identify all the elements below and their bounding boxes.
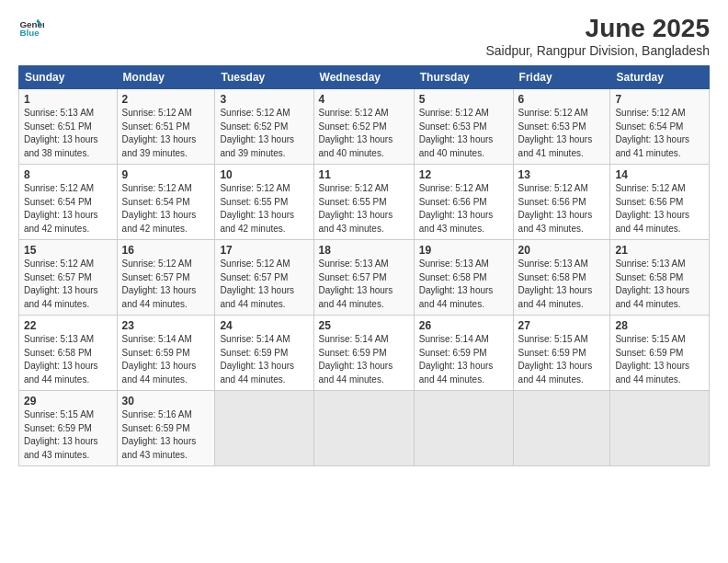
day-detail: Sunrise: 5:14 AMSunset: 6:59 PMDaylight:… xyxy=(319,333,409,386)
table-row: 16Sunrise: 5:12 AMSunset: 6:57 PMDayligh… xyxy=(117,240,215,316)
day-number: 8 xyxy=(24,168,112,181)
day-number: 18 xyxy=(319,244,409,257)
table-row: 18Sunrise: 5:13 AMSunset: 6:57 PMDayligh… xyxy=(313,240,414,316)
day-detail: Sunrise: 5:12 AMSunset: 6:54 PMDaylight:… xyxy=(615,107,704,160)
title-block: June 2025 Saidpur, Rangpur Division, Ban… xyxy=(485,14,710,58)
day-number: 29 xyxy=(24,395,112,408)
table-row: 1Sunrise: 5:13 AMSunset: 6:51 PMDaylight… xyxy=(19,89,118,165)
table-row: 2Sunrise: 5:12 AMSunset: 6:51 PMDaylight… xyxy=(117,89,215,165)
day-detail: Sunrise: 5:14 AMSunset: 6:59 PMDaylight:… xyxy=(122,333,210,386)
table-row: 29Sunrise: 5:15 AMSunset: 6:59 PMDayligh… xyxy=(19,391,118,466)
day-detail: Sunrise: 5:15 AMSunset: 6:59 PMDaylight:… xyxy=(615,333,704,386)
day-detail: Sunrise: 5:13 AMSunset: 6:58 PMDaylight:… xyxy=(518,258,606,311)
table-row: 21Sunrise: 5:13 AMSunset: 6:58 PMDayligh… xyxy=(610,240,710,316)
page-container: General Blue June 2025 Saidpur, Rangpur … xyxy=(0,0,728,563)
table-row: 25Sunrise: 5:14 AMSunset: 6:59 PMDayligh… xyxy=(313,316,414,391)
day-number: 22 xyxy=(24,319,112,332)
day-number: 6 xyxy=(518,93,606,106)
day-number: 17 xyxy=(220,244,308,257)
table-row: 10Sunrise: 5:12 AMSunset: 6:55 PMDayligh… xyxy=(215,165,313,240)
header-monday: Monday xyxy=(117,66,215,89)
page-header: General Blue June 2025 Saidpur, Rangpur … xyxy=(18,14,710,58)
table-row: 12Sunrise: 5:12 AMSunset: 6:56 PMDayligh… xyxy=(414,165,513,240)
table-row: 24Sunrise: 5:14 AMSunset: 6:59 PMDayligh… xyxy=(215,316,313,391)
table-row: 19Sunrise: 5:13 AMSunset: 6:58 PMDayligh… xyxy=(414,240,513,316)
day-detail: Sunrise: 5:12 AMSunset: 6:56 PMDaylight:… xyxy=(518,182,606,236)
table-row xyxy=(610,391,710,466)
table-row: 30Sunrise: 5:16 AMSunset: 6:59 PMDayligh… xyxy=(117,391,215,466)
calendar-table: Sunday Monday Tuesday Wednesday Thursday… xyxy=(18,65,710,466)
day-number: 28 xyxy=(615,319,704,332)
table-row: 3Sunrise: 5:12 AMSunset: 6:52 PMDaylight… xyxy=(215,89,313,165)
table-row xyxy=(215,391,313,466)
day-detail: Sunrise: 5:12 AMSunset: 6:52 PMDaylight:… xyxy=(220,107,308,160)
table-row: 23Sunrise: 5:14 AMSunset: 6:59 PMDayligh… xyxy=(117,316,215,391)
table-row: 20Sunrise: 5:13 AMSunset: 6:58 PMDayligh… xyxy=(513,240,610,316)
table-row: 6Sunrise: 5:12 AMSunset: 6:53 PMDaylight… xyxy=(513,89,610,165)
day-number: 4 xyxy=(319,93,409,106)
calendar-week-row: 8Sunrise: 5:12 AMSunset: 6:54 PMDaylight… xyxy=(19,165,710,240)
day-number: 19 xyxy=(419,244,508,257)
day-number: 2 xyxy=(122,93,210,106)
day-detail: Sunrise: 5:13 AMSunset: 6:51 PMDaylight:… xyxy=(24,107,112,160)
day-detail: Sunrise: 5:12 AMSunset: 6:55 PMDaylight:… xyxy=(220,182,308,236)
day-detail: Sunrise: 5:15 AMSunset: 6:59 PMDaylight:… xyxy=(518,333,606,386)
day-number: 5 xyxy=(419,93,508,106)
day-detail: Sunrise: 5:12 AMSunset: 6:53 PMDaylight:… xyxy=(518,107,606,160)
calendar-title: June 2025 xyxy=(485,14,710,43)
table-row: 7Sunrise: 5:12 AMSunset: 6:54 PMDaylight… xyxy=(610,89,710,165)
table-row: 4Sunrise: 5:12 AMSunset: 6:52 PMDaylight… xyxy=(313,89,414,165)
table-row xyxy=(313,391,414,466)
header-saturday: Saturday xyxy=(610,66,710,89)
day-detail: Sunrise: 5:13 AMSunset: 6:58 PMDaylight:… xyxy=(615,258,704,311)
day-number: 3 xyxy=(220,93,308,106)
day-number: 25 xyxy=(319,319,409,332)
day-detail: Sunrise: 5:16 AMSunset: 6:59 PMDaylight:… xyxy=(122,408,210,462)
calendar-week-row: 29Sunrise: 5:15 AMSunset: 6:59 PMDayligh… xyxy=(19,391,710,466)
day-number: 21 xyxy=(615,244,704,257)
table-row: 27Sunrise: 5:15 AMSunset: 6:59 PMDayligh… xyxy=(513,316,610,391)
header-sunday: Sunday xyxy=(19,66,118,89)
day-number: 10 xyxy=(220,168,308,181)
day-number: 7 xyxy=(615,93,704,106)
day-detail: Sunrise: 5:12 AMSunset: 6:57 PMDaylight:… xyxy=(220,258,308,311)
table-row xyxy=(513,391,610,466)
calendar-week-row: 22Sunrise: 5:13 AMSunset: 6:58 PMDayligh… xyxy=(19,316,710,391)
table-row: 8Sunrise: 5:12 AMSunset: 6:54 PMDaylight… xyxy=(19,165,118,240)
day-detail: Sunrise: 5:15 AMSunset: 6:59 PMDaylight:… xyxy=(24,408,112,462)
day-detail: Sunrise: 5:13 AMSunset: 6:58 PMDaylight:… xyxy=(24,333,112,386)
day-number: 26 xyxy=(419,319,508,332)
day-number: 27 xyxy=(518,319,606,332)
table-row: 17Sunrise: 5:12 AMSunset: 6:57 PMDayligh… xyxy=(215,240,313,316)
day-detail: Sunrise: 5:12 AMSunset: 6:52 PMDaylight:… xyxy=(319,107,409,160)
svg-text:Blue: Blue xyxy=(19,28,40,38)
table-row: 13Sunrise: 5:12 AMSunset: 6:56 PMDayligh… xyxy=(513,165,610,240)
day-detail: Sunrise: 5:12 AMSunset: 6:54 PMDaylight:… xyxy=(122,182,210,236)
table-row: 9Sunrise: 5:12 AMSunset: 6:54 PMDaylight… xyxy=(117,165,215,240)
day-number: 11 xyxy=(319,168,409,181)
day-number: 15 xyxy=(24,244,112,257)
day-number: 30 xyxy=(122,395,210,408)
day-number: 20 xyxy=(518,244,606,257)
table-row xyxy=(414,391,513,466)
logo-icon: General Blue xyxy=(18,14,44,40)
day-number: 12 xyxy=(419,168,508,181)
table-row: 22Sunrise: 5:13 AMSunset: 6:58 PMDayligh… xyxy=(19,316,118,391)
day-number: 24 xyxy=(220,319,308,332)
weekday-header-row: Sunday Monday Tuesday Wednesday Thursday… xyxy=(19,66,710,89)
day-detail: Sunrise: 5:14 AMSunset: 6:59 PMDaylight:… xyxy=(220,333,308,386)
day-detail: Sunrise: 5:12 AMSunset: 6:53 PMDaylight:… xyxy=(419,107,508,160)
calendar-subtitle: Saidpur, Rangpur Division, Bangladesh xyxy=(485,43,710,58)
table-row: 11Sunrise: 5:12 AMSunset: 6:55 PMDayligh… xyxy=(313,165,414,240)
day-detail: Sunrise: 5:13 AMSunset: 6:57 PMDaylight:… xyxy=(319,258,409,311)
header-wednesday: Wednesday xyxy=(313,66,414,89)
day-detail: Sunrise: 5:13 AMSunset: 6:58 PMDaylight:… xyxy=(419,258,508,311)
day-detail: Sunrise: 5:12 AMSunset: 6:56 PMDaylight:… xyxy=(419,182,508,236)
table-row: 14Sunrise: 5:12 AMSunset: 6:56 PMDayligh… xyxy=(610,165,710,240)
table-row: 15Sunrise: 5:12 AMSunset: 6:57 PMDayligh… xyxy=(19,240,118,316)
day-detail: Sunrise: 5:12 AMSunset: 6:56 PMDaylight:… xyxy=(615,182,704,236)
header-thursday: Thursday xyxy=(414,66,513,89)
logo: General Blue xyxy=(18,14,44,40)
day-detail: Sunrise: 5:12 AMSunset: 6:51 PMDaylight:… xyxy=(122,107,210,160)
table-row: 5Sunrise: 5:12 AMSunset: 6:53 PMDaylight… xyxy=(414,89,513,165)
